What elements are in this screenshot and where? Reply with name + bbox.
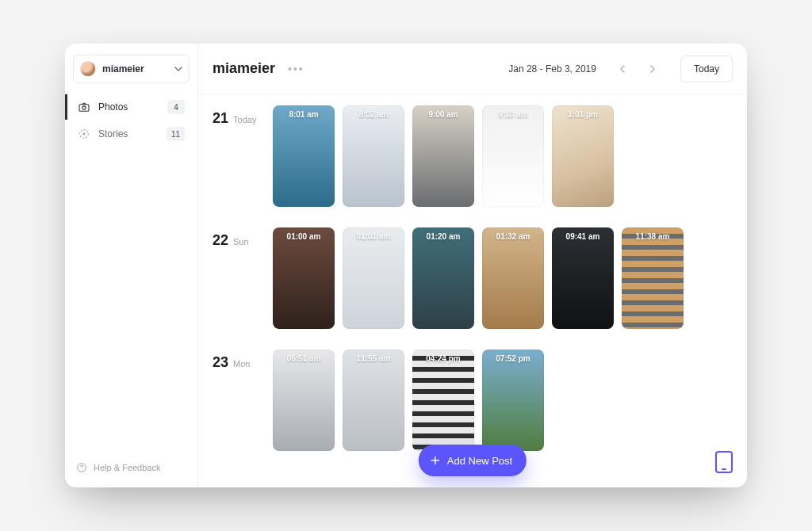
post-time: 8:01 am bbox=[273, 110, 335, 119]
main: miameier ••• Jan 28 - Feb 3, 2019 Today … bbox=[198, 44, 747, 487]
post-card[interactable]: 09:41 am bbox=[552, 227, 614, 329]
post-card[interactable]: 11:38 am bbox=[622, 227, 684, 329]
add-post-button[interactable]: Add New Post bbox=[419, 445, 527, 476]
next-week-button[interactable] bbox=[642, 59, 663, 79]
sidebar-item-photos[interactable]: Photos 4 bbox=[65, 94, 190, 120]
plus-icon bbox=[430, 455, 441, 466]
post-card[interactable]: 01:32 am bbox=[482, 227, 544, 329]
today-button[interactable]: Today bbox=[680, 55, 733, 82]
day-header: 21Today bbox=[213, 105, 260, 127]
account-switcher[interactable]: miameier bbox=[73, 55, 190, 83]
post-card[interactable]: 07:52 pm bbox=[482, 350, 544, 451]
day-row: 21Today8:01 am8:02 am9:00 am9:10 am1:01 … bbox=[213, 97, 733, 220]
post-time: 9:00 am bbox=[412, 110, 474, 119]
post-time: 1:01 pm bbox=[552, 110, 614, 119]
count-badge: 11 bbox=[167, 127, 185, 141]
header: miameier ••• Jan 28 - Feb 3, 2019 Today bbox=[198, 44, 747, 94]
day-number: 23 bbox=[213, 354, 228, 371]
post-card[interactable]: 11:55 am bbox=[343, 350, 404, 451]
post-card[interactable]: 01:01 am bbox=[343, 227, 404, 329]
fab-label: Add New Post bbox=[447, 455, 512, 467]
post-time: 09:41 am bbox=[552, 232, 614, 241]
day-number: 21 bbox=[213, 110, 228, 127]
day-name: Mon bbox=[233, 359, 250, 369]
sidebar: miameier Photos 4 Stories 11 Help bbox=[65, 44, 198, 487]
post-time: 04:24 pm bbox=[412, 354, 474, 363]
chevron-left-icon bbox=[619, 65, 626, 73]
prev-week-button[interactable] bbox=[612, 59, 633, 79]
help-label: Help & Feedback bbox=[94, 463, 160, 472]
svg-rect-0 bbox=[79, 105, 89, 112]
post-card[interactable]: 8:01 am bbox=[273, 105, 335, 207]
post-time: 01:01 am bbox=[343, 232, 404, 241]
day-header: 22Sun bbox=[213, 227, 260, 249]
post-time: 01:32 am bbox=[482, 232, 544, 241]
page-title: miameier bbox=[213, 60, 275, 77]
sidebar-item-label: Stories bbox=[98, 128, 159, 139]
chevron-down-icon bbox=[174, 65, 182, 73]
post-card[interactable]: 1:01 pm bbox=[552, 105, 614, 207]
nav: Photos 4 Stories 11 bbox=[73, 94, 190, 147]
sidebar-item-label: Photos bbox=[98, 101, 159, 113]
post-time: 07:52 pm bbox=[482, 354, 544, 363]
post-time: 01:00 am bbox=[273, 232, 335, 241]
post-time: 01:20 am bbox=[412, 232, 474, 241]
post-card[interactable]: 04:24 pm bbox=[412, 350, 474, 451]
help-icon bbox=[76, 462, 87, 473]
svg-point-5 bbox=[82, 469, 82, 470]
chevron-right-icon bbox=[649, 65, 657, 73]
post-time: 8:02 am bbox=[343, 110, 404, 119]
day-number: 22 bbox=[213, 232, 228, 249]
day-header: 23Mon bbox=[213, 350, 260, 371]
post-time: 11:55 am bbox=[343, 354, 404, 363]
post-time: 11:38 am bbox=[622, 232, 684, 241]
camera-icon bbox=[78, 101, 90, 113]
account-name: miameier bbox=[102, 63, 168, 74]
day-name: Today bbox=[233, 115, 256, 124]
day-row: 22Sun01:00 am01:01 am01:20 am01:32 am09:… bbox=[213, 220, 733, 342]
calendar-content: 21Today8:01 am8:02 am9:00 am9:10 am1:01 … bbox=[198, 94, 747, 487]
day-name: Sun bbox=[233, 237, 249, 246]
post-time: 9:10 am bbox=[482, 110, 544, 119]
help-feedback[interactable]: Help & Feedback bbox=[73, 457, 190, 478]
post-card[interactable]: 01:00 am bbox=[273, 227, 335, 329]
post-list: 06:51 am11:55 am04:24 pm07:52 pm bbox=[273, 350, 544, 451]
more-menu[interactable]: ••• bbox=[285, 59, 308, 78]
post-card[interactable]: 9:00 am bbox=[412, 105, 474, 207]
date-range: Jan 28 - Feb 3, 2019 bbox=[508, 63, 596, 74]
stories-icon bbox=[78, 128, 90, 140]
phone-preview-icon[interactable] bbox=[715, 451, 733, 473]
post-card[interactable]: 06:51 am bbox=[273, 350, 335, 451]
post-list: 01:00 am01:01 am01:20 am01:32 am09:41 am… bbox=[273, 227, 684, 329]
post-card[interactable]: 8:02 am bbox=[343, 105, 404, 207]
post-card[interactable]: 01:20 am bbox=[412, 227, 474, 329]
count-badge: 4 bbox=[167, 100, 185, 114]
post-time: 06:51 am bbox=[273, 354, 335, 363]
svg-point-3 bbox=[83, 133, 86, 136]
app-window: miameier Photos 4 Stories 11 Help bbox=[65, 44, 747, 487]
avatar bbox=[80, 61, 96, 77]
svg-point-1 bbox=[82, 106, 86, 109]
sidebar-item-stories[interactable]: Stories 11 bbox=[65, 121, 190, 147]
post-card[interactable]: 9:10 am bbox=[482, 105, 544, 207]
post-list: 8:01 am8:02 am9:00 am9:10 am1:01 pm bbox=[273, 105, 614, 207]
